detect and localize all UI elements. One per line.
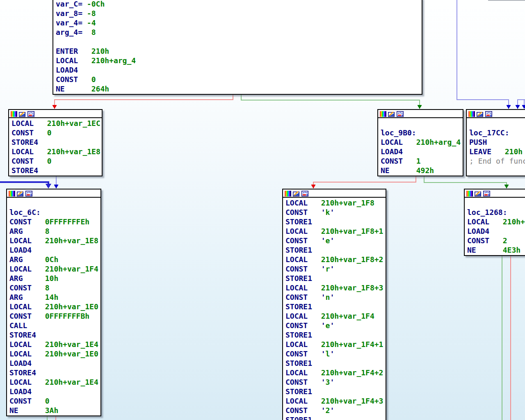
- set-node-color-icon[interactable]: [468, 111, 475, 116]
- disassembly-line[interactable]: loc_6C:: [7, 208, 100, 217]
- disassembly-line[interactable]: LOCAL 210h+var_1F4: [7, 264, 100, 274]
- disassembly-line[interactable]: LEAVE 210h: [467, 147, 525, 156]
- disassembly-line[interactable]: LOAD4: [7, 358, 100, 368]
- edit-comment-icon[interactable]: [388, 111, 395, 116]
- disassembly-line[interactable]: LOAD4: [53, 65, 422, 75]
- disassembly-line[interactable]: var_8= -8: [53, 9, 422, 18]
- disassembly-line[interactable]: [378, 119, 463, 128]
- disassembly-line[interactable]: STORE1: [283, 217, 386, 226]
- disassembly-line[interactable]: LOCAL 210h+var_1F4: [283, 311, 386, 321]
- disassembly-line[interactable]: ARG 0Ch: [7, 255, 100, 264]
- basic-block-entry[interactable]: var_C= -0Chvar_8= -8var_4= -4arg_4= 8ENT…: [52, 0, 422, 95]
- disassembly-line[interactable]: STORE1: [283, 274, 386, 283]
- disassembly-line[interactable]: CONST 1: [378, 156, 463, 166]
- disassembly-line[interactable]: loc_17CC:: [467, 128, 525, 137]
- disassembly-line[interactable]: NE 3Ah: [7, 406, 100, 415]
- group-nodes-icon[interactable]: [25, 190, 32, 196]
- disassembly-line[interactable]: LOCAL 210h+var_1E0: [7, 302, 100, 311]
- disassembly-line[interactable]: CONST 'k': [283, 208, 386, 217]
- disassembly-line[interactable]: NE 492h: [378, 166, 463, 175]
- disassembly-line[interactable]: STORE1: [283, 358, 386, 368]
- edge-blue-left-to-loc_17CC[interactable]: [457, 0, 511, 109]
- disassembly-line[interactable]: [465, 198, 525, 208]
- disassembly-line[interactable]: CONST 2: [465, 236, 525, 245]
- disassembly-line[interactable]: STORE4: [9, 166, 102, 175]
- set-node-color-icon[interactable]: [466, 190, 473, 196]
- edit-comment-icon[interactable]: [293, 190, 300, 196]
- disassembly-line[interactable]: LOCAL 210h+var_1EC: [9, 119, 102, 128]
- disassembly-line[interactable]: STORE1: [283, 330, 386, 340]
- disassembly-line[interactable]: LOCAL 210h+var_1E0: [7, 349, 100, 358]
- disassembly-line[interactable]: [7, 198, 100, 208]
- graph-canvas[interactable]: var_C= -0Chvar_8= -8var_4= -4arg_4= 8ENT…: [0, 0, 525, 420]
- disassembly-line[interactable]: LOAD4: [378, 147, 463, 156]
- edit-comment-icon[interactable]: [17, 190, 24, 196]
- disassembly-line[interactable]: LOAD4: [7, 387, 100, 396]
- edge-false-loc_9B0-to-string[interactable]: [311, 175, 416, 189]
- disassembly-line[interactable]: PUSH: [467, 137, 525, 147]
- disassembly-line[interactable]: CONST 8: [7, 283, 100, 292]
- set-node-color-icon[interactable]: [379, 111, 386, 116]
- edit-comment-icon[interactable]: [19, 111, 26, 116]
- disassembly-line[interactable]: CONST 0FFFFFFFEh: [7, 217, 100, 226]
- set-node-color-icon[interactable]: [10, 111, 17, 116]
- disassembly-line[interactable]: LOCAL 210h+var_1F4+1: [283, 340, 386, 349]
- disassembly-line[interactable]: [467, 119, 525, 128]
- disassembly-line[interactable]: LOCAL 210h+var_1F8+1: [283, 226, 386, 236]
- group-nodes-icon[interactable]: [301, 190, 308, 196]
- edge-true-entry-to-loc_9B0[interactable]: [241, 94, 422, 109]
- disassembly-line[interactable]: LOCAL 210h+var_1F8+3: [283, 283, 386, 292]
- disassembly-line[interactable]: ARG 14h: [7, 292, 100, 302]
- disassembly-line[interactable]: loc_1268:: [465, 208, 525, 217]
- edge-false-entry-to-init[interactable]: [52, 94, 233, 109]
- disassembly-line[interactable]: var_4= -4: [53, 18, 422, 27]
- edge-init-to-loc_6C[interactable]: [54, 175, 59, 189]
- disassembly-line[interactable]: CONST 'n': [283, 292, 386, 302]
- disassembly-line[interactable]: STORE4: [7, 330, 100, 340]
- disassembly-line[interactable]: STORE1: [283, 302, 386, 311]
- disassembly-line[interactable]: CONST '3': [283, 377, 386, 387]
- disassembly-line[interactable]: [467, 166, 525, 175]
- disassembly-line[interactable]: CONST 'r': [283, 264, 386, 274]
- disassembly-line[interactable]: arg_4= 8: [53, 27, 422, 37]
- disassembly-line[interactable]: CONST 'e': [283, 236, 386, 245]
- disassembly-line[interactable]: NE 4E3h: [465, 245, 525, 255]
- basic-block-string-build[interactable]: LOCAL 210h+var_1F8CONST 'k'STORE1LOCAL 2…: [282, 189, 386, 420]
- edge-blue-edge-clipped-to-loc_17CC[interactable]: [522, 100, 525, 109]
- disassembly-line[interactable]: LOCAL 210h+: [465, 217, 525, 226]
- disassembly-line[interactable]: LOCAL 210h+var_1E8: [7, 236, 100, 245]
- disassembly-line[interactable]: ARG 8: [7, 226, 100, 236]
- basic-block-loc_9B0[interactable]: loc_9B0:LOCAL 210h+arg_4LOAD4CONST 1NE 4…: [377, 109, 463, 176]
- disassembly-line[interactable]: LOAD4: [7, 245, 100, 255]
- disassembly-line[interactable]: LOCAL 210h+var_1E4: [7, 377, 100, 387]
- disassembly-line[interactable]: LOAD4: [465, 226, 525, 236]
- disassembly-line[interactable]: STORE1: [283, 415, 386, 420]
- basic-block-init-vars[interactable]: LOCAL 210h+var_1ECCONST 0STORE4LOCAL 210…: [8, 109, 103, 176]
- disassembly-line[interactable]: STORE1: [283, 245, 386, 255]
- group-nodes-icon[interactable]: [483, 190, 490, 196]
- group-nodes-icon[interactable]: [27, 111, 34, 116]
- disassembly-line[interactable]: ARG 10h: [7, 274, 100, 283]
- disassembly-line[interactable]: [53, 37, 422, 46]
- basic-block-loc_1268[interactable]: loc_1268:LOCAL 210h+LOAD4CONST 2NE 4E3h: [464, 189, 525, 256]
- disassembly-line[interactable]: CONST 0: [9, 156, 102, 166]
- edge-selected-to-loc_6C[interactable]: [0, 182, 51, 189]
- basic-block-loc_6C[interactable]: loc_6C:CONST 0FFFFFFFEhARG 8LOCAL 210h+v…: [6, 189, 101, 416]
- disassembly-line[interactable]: LOCAL 210h+arg_4: [378, 137, 463, 147]
- disassembly-line[interactable]: STORE1: [283, 387, 386, 396]
- disassembly-line[interactable]: LOCAL 210h+var_1F8+2: [283, 255, 386, 264]
- disassembly-line[interactable]: LOCAL 210h+var_1F8: [283, 198, 386, 208]
- group-nodes-icon[interactable]: [397, 111, 404, 116]
- edit-comment-icon[interactable]: [477, 111, 484, 116]
- basic-block-loc_17CC[interactable]: loc_17CC:PUSHLEAVE 210h; End of func: [466, 109, 525, 176]
- disassembly-line[interactable]: STORE4: [9, 137, 102, 147]
- disassembly-line[interactable]: CONST 0: [7, 396, 100, 406]
- disassembly-line[interactable]: LOCAL 210h+var_1F4+3: [283, 396, 386, 406]
- set-node-color-icon[interactable]: [8, 190, 15, 196]
- disassembly-line[interactable]: NE 264h: [53, 84, 422, 94]
- edit-comment-icon[interactable]: [475, 190, 482, 196]
- disassembly-line[interactable]: var_C= -0Ch: [53, 0, 422, 9]
- disassembly-line[interactable]: CONST '2': [283, 406, 386, 415]
- disassembly-line[interactable]: STORE4: [7, 368, 100, 377]
- disassembly-line[interactable]: LOCAL 210h+var_1F4+2: [283, 368, 386, 377]
